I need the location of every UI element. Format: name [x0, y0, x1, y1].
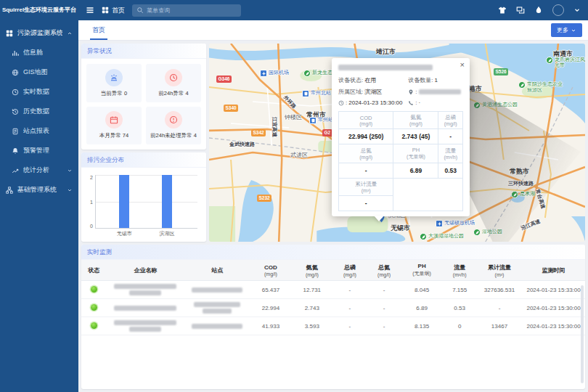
map-road-label: 三环快速路	[508, 180, 534, 187]
train-icon	[303, 91, 309, 97]
stat-icon-wrap	[165, 111, 182, 128]
user-avatar[interactable]	[552, 4, 564, 16]
table-row[interactable]: 65.43712.731--8.0457.155327636.5312024-0…	[81, 281, 585, 299]
popup-info-item: 所属区域: 滨湖区	[338, 88, 408, 96]
sidebar-item-统计分析[interactable]: 统计分析	[0, 160, 78, 180]
value-cell: 41.933	[250, 317, 291, 335]
status-dot-green	[91, 286, 97, 293]
theme-skin-icon[interactable]	[498, 6, 507, 15]
plane-icon	[261, 71, 266, 76]
map-poi-green: 大溪港湿地公园	[420, 233, 464, 240]
y-tick-label: 1	[86, 200, 93, 205]
sidebar-nav: 污染源监测系统 信息舱GIS地图实时数据历史数据站点报表预警管理统计分析基础管理…	[0, 20, 78, 200]
abnormal-status-panel: 异常状况 当前异常 0前24h异常 4本月异常 74前24h未处理异常 4	[81, 44, 206, 150]
sidebar-item-站点报表[interactable]: 站点报表	[0, 121, 78, 141]
map[interactable]: 靖江市南通市张家港市常州市常熟市无锡市钟楼区武进区滨湖区金武快速路三环快速路沿江…	[209, 44, 585, 242]
clock-icon	[338, 100, 344, 106]
realtime-table-scroll: 状态企业名称站点COD(mg/l)氨氮(mg/l)总磷(mg/l)总氮(mg/l…	[81, 260, 585, 389]
more-button-label: 更多	[557, 26, 568, 34]
pin-icon	[408, 89, 414, 95]
road-shield: G346	[216, 75, 232, 83]
road-shield: S232	[257, 195, 271, 202]
park-marker-icon	[473, 102, 481, 109]
app-window: Squirrel生态环境云服务平台 污染源监测系统 信息舱GIS地图实时数据历史…	[0, 0, 588, 392]
park-marker-icon	[511, 191, 518, 198]
poi-label: 昆承湖	[520, 191, 535, 197]
close-icon[interactable]: ×	[460, 61, 465, 69]
leaf-icon	[520, 83, 525, 88]
value-cell: 327636.531	[477, 281, 522, 299]
leaf-icon	[475, 230, 480, 235]
value-cell: 8.045	[401, 281, 443, 299]
map-city-label: 常熟市	[510, 167, 529, 176]
sidebar-item-label: 基础管理系统	[17, 185, 57, 195]
value-cell: 0	[443, 317, 477, 335]
popup-info-item: :	[408, 88, 463, 96]
value-cell: 2.743	[291, 299, 332, 317]
gridline	[96, 202, 197, 203]
sidebar-item-预警管理[interactable]: 预警管理	[0, 141, 78, 160]
popup-value-cell: -	[438, 129, 463, 144]
menu-search-input[interactable]	[147, 7, 237, 14]
multi-screen-icon[interactable]	[516, 6, 525, 15]
tab-home[interactable]: 首页	[90, 20, 107, 40]
grid-icon	[6, 30, 13, 37]
popup-col-header: PH(无量纲)	[393, 144, 438, 163]
map-district-label: 钟楼区	[285, 113, 302, 121]
poi-label: 大溪港湿地公园	[428, 233, 464, 239]
home-grid-icon	[102, 7, 109, 14]
column-unit: (无量纲)	[403, 270, 441, 277]
park-marker-icon	[303, 70, 311, 77]
x-tick-label: 无锡市	[117, 230, 132, 237]
sidebar-item-信息舱[interactable]: 信息舱	[0, 43, 78, 62]
bars-icon	[12, 49, 19, 57]
poi-label: 黄泗浦生态公园	[482, 102, 518, 107]
value-cell: 8.135	[401, 317, 443, 335]
abnormal-stat-card: 当前异常 0	[86, 64, 142, 102]
popup-col-header: COD(mg/l)	[339, 112, 393, 129]
table-scrollbar[interactable]	[581, 285, 584, 383]
map-poi-transit: 常州北站	[302, 90, 331, 97]
status-dot-green	[91, 304, 97, 311]
park-marker-icon	[546, 57, 553, 64]
hamburger-menu-icon[interactable]	[86, 6, 94, 15]
redacted-text	[203, 309, 232, 314]
chevron-down-icon	[67, 168, 73, 173]
popup-value-cell: 0.53	[438, 163, 463, 179]
station-cell	[184, 281, 250, 299]
park-marker-icon	[473, 229, 481, 236]
value-cell: 12.731	[291, 281, 332, 299]
sidebar-item-实时数据[interactable]: 实时数据	[0, 82, 78, 102]
chevron-down-icon[interactable]	[573, 7, 581, 14]
more-button[interactable]: 更多	[551, 23, 582, 37]
panel-title: 实时监测	[81, 245, 585, 260]
table-row[interactable]: 22.9942.743--6.890.53-2024-01-23 15:30:0…	[81, 299, 585, 317]
realtime-monitor-panel: 实时监测 状态企业名称站点COD(mg/l)氨氮(mg/l)总磷(mg/l)总氮…	[81, 245, 585, 389]
popup-value-cell: -	[339, 196, 393, 211]
map-poi-green: 昆承湖	[511, 191, 535, 198]
bar-滨湖区	[162, 175, 172, 228]
map-road-label: 沿江高速	[520, 218, 542, 232]
sidebar-item-基础管理系统[interactable]: 基础管理系统	[0, 180, 78, 200]
column-unit: (mg/l)	[334, 272, 365, 277]
sidebar-item-历史数据[interactable]: 历史数据	[0, 102, 78, 121]
bell-icon	[12, 147, 19, 155]
sidebar-item-GIS地图[interactable]: GIS地图	[0, 62, 78, 82]
flame-icon[interactable]	[534, 6, 543, 15]
value-cell: 3.593	[291, 317, 332, 335]
redacted-text	[192, 287, 242, 293]
column-header-氨氮: 氨氮(mg/l)	[291, 260, 332, 281]
map-poi-transit: 无锡硕放机场	[436, 220, 475, 227]
sidebar-group-pollution-monitor[interactable]: 污染源监测系统	[0, 23, 78, 43]
breadcrumb[interactable]: 首页	[102, 6, 125, 15]
redacted-address	[419, 89, 461, 94]
train-marker-icon	[302, 90, 309, 97]
status-cell	[81, 317, 107, 335]
column-header-监测时间: 监测时间	[522, 260, 585, 281]
map-poi-transit: 常州站	[309, 117, 333, 124]
table-row[interactable]: 41.9333.593--8.1350134672024-01-23 15:30…	[81, 317, 585, 335]
chevron-down-icon	[571, 28, 576, 33]
popup-info-value: 在用	[364, 76, 376, 84]
poi-label: 常州北站	[311, 90, 331, 96]
excl-icon	[169, 115, 178, 124]
